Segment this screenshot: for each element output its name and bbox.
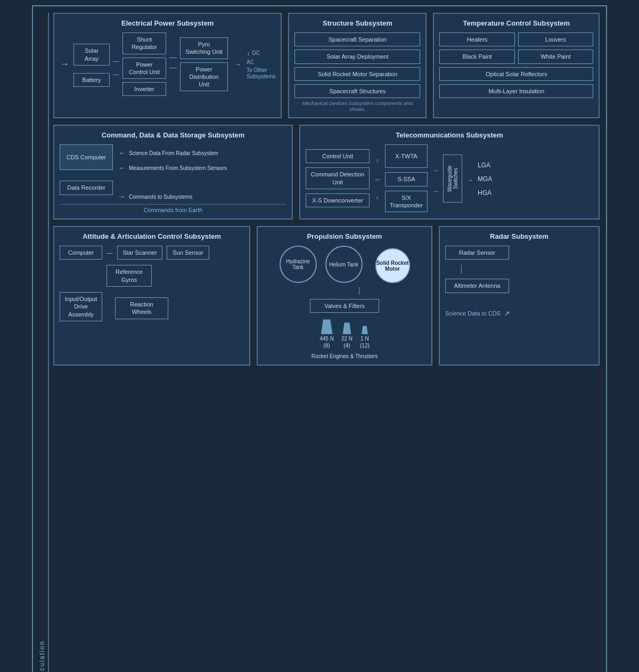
engine-445-label: 445 N(8) [320,335,334,349]
s-ssa-box: S-SSA [385,172,428,186]
optical-reflectors-label: Optical Solar Reflectors [486,71,547,77]
engine-22-group: 22 N(4) [341,322,353,349]
reference-gyros-box: Reference Gyros [106,265,152,287]
commands-to-label: Commands to Subsystems [129,194,193,200]
measurements-row: ← Measurements From Subsystem Sensors [118,164,227,172]
science-data-to-label: Science Data to CDS [445,310,501,317]
s-ssa-label: S-SSA [397,176,415,182]
hga-label: HGA [478,189,492,197]
commands-from-earth: Commands from Earth [60,204,286,213]
louvers-box: Louvers [518,33,593,46]
input-output-label: Input/Output Drive Assembly [65,296,97,318]
multi-layer-box: Multi-Layer Insulation [439,84,593,98]
waveguide-label: Waveguide Switches [447,158,458,199]
engine-1-label: 1 N(12) [360,335,370,349]
spacecraft-separation-box: Spacecraft Separation [294,33,420,46]
radar-section: Radar Subsystem Radar Sensor Altimeter A… [439,226,600,366]
heaters-box: Heaters [439,33,514,46]
aacs-computer-box: Computer [60,246,102,260]
solar-array-label: Solar Array [85,47,99,61]
radar-sensor-box: Radar Sensor [445,246,509,260]
hydrazine-tank: Hydrazine Tank [280,246,317,283]
xs-downconverter-box: X-S Downconverter [306,193,370,207]
cds-computer-label: CDS Computer [67,154,106,160]
mga-label: MGA [478,175,492,183]
helium-label: Helium Tank [329,262,358,268]
optical-reflectors-box: Optical Solar Reflectors [439,67,593,81]
pyro-switching-box: Pyro Switching Unit [180,37,228,59]
temp-title: Temperature Control Subsystem [439,19,593,27]
spacecraft-structures-box: Spacecraft Structures [294,84,420,98]
rocket-engines-label: Rocket Engines & Thrusters [312,353,378,359]
engine-1-group: 1 N(12) [360,326,370,349]
sx-transponder-label: S/X Transponder [390,195,423,208]
temp-section: Temperature Control Subsystem Heaters Lo… [433,13,600,118]
lga-label: LGA [478,161,492,169]
to-other-subsystems: To Other Subsystems [247,67,275,80]
reaction-wheels-label: Reaction Wheels [130,301,153,315]
dc-label: DC [252,50,260,56]
data-recorder-label: Data Recorder [67,184,105,191]
shunt-regulator-box: Shunt Regulator [122,33,166,54]
solar-array-box: Solar Array [73,44,110,66]
propulsion-section: Propulsion Subsystem Hydrazine Tank Heli… [257,226,432,366]
propulsion-title: Propulsion Subsystem [263,232,426,240]
structure-section: Structure Subsystem Spacecraft Separatio… [288,13,427,118]
engine-445-group: 445 N(8) [320,319,334,349]
articulation-label: Articulation [38,13,49,672]
aacs-title: Attitude & Articulation Control Subsyste… [60,232,244,240]
valves-filters-box: Valves & Filters [310,299,379,313]
solid-rocket-motor-box: Solid Rocket Motor Separation [294,67,420,81]
x-twta-box: X-TWTA [385,144,428,168]
altimeter-antenna-label: Altimeter Antenna [454,282,501,289]
hydrazine-label: Hydrazine Tank [281,258,316,270]
xs-downconverter-label: X-S Downconverter [312,197,363,204]
command-detection-label: Command Detection Unit [311,171,364,185]
structure-note: Mechanical Devices Subsystem components … [294,100,420,112]
commands-from-label: Commands from Earth [144,207,203,213]
aacs-computer-label: Computer [68,249,94,256]
cds-computer-box: CDS Computer [60,144,113,170]
x-twta-label: X-TWTA [395,153,417,159]
sun-sensor-box: Sun Sensor [167,246,209,260]
cds-title: Command, Data & Data Storage Subsystem [60,131,286,139]
pyro-label: Pyro Switching Unit [185,41,223,55]
sx-transponder-box: S/X Transponder [385,191,428,213]
eps-section: Electrical Power Subsystem → Solar Array [53,13,282,118]
input-output-box: Input/Output Drive Assembly [60,292,102,321]
power-distribution-box: Power Distribution Unit [180,62,228,92]
pcu-label: Power Control Unit [129,61,160,75]
black-paint-label: Black Paint [463,53,492,60]
reference-gyros-label: Reference Gyros [116,269,143,282]
command-detection-box: Command Detection Unit [306,167,370,189]
waveguide-box: Waveguide Switches [443,155,462,203]
engine-22-label: 22 N(4) [341,335,353,349]
structure-title: Structure Subsystem [294,19,420,27]
battery-box: Battery [73,73,110,87]
white-paint-label: White Paint [540,53,570,60]
measurements-label: Measurements From Subsystem Sensors [129,165,227,171]
helium-tank: Helium Tank [325,246,363,283]
control-unit-label: Control Unit [322,153,353,159]
reaction-wheels-box: Reaction Wheels [115,297,168,319]
telecom-title: Telecommunications Subsystem [306,131,593,139]
telecom-section: Telecommunications Subsystem Control Uni… [299,125,600,220]
solar-array-deployment-box: Solar Array Deployment [294,50,420,63]
science-data-row: ← Science Data From Radar Subsystem [118,149,227,157]
solid-rocket-motor: Solid Rocket Motor [375,248,410,283]
ac-label: AC [247,59,254,65]
black-paint-box: Black Paint [439,50,514,63]
louvers-label: Louvers [545,36,566,43]
structure-list: Spacecraft Separation Solar Array Deploy… [294,33,420,98]
science-data-label: Science Data From Radar Subsystem [129,150,218,156]
star-scanner-label: Star Scanner [122,249,157,256]
heaters-label: Heaters [467,36,488,43]
control-unit-box: Control Unit [306,149,370,163]
power-control-box: Power Control Unit [122,58,166,79]
valves-filters-label: Valves & Filters [324,303,365,309]
inverter-label: Inverter [134,86,154,92]
science-data-to-cds: Science Data to CDS ↗ [445,309,510,318]
data-recorder-box: Data Recorder [60,181,113,195]
aacs-section: Attitude & Articulation Control Subsyste… [53,226,250,366]
eps-title: Electrical Power Subsystem [60,19,275,27]
